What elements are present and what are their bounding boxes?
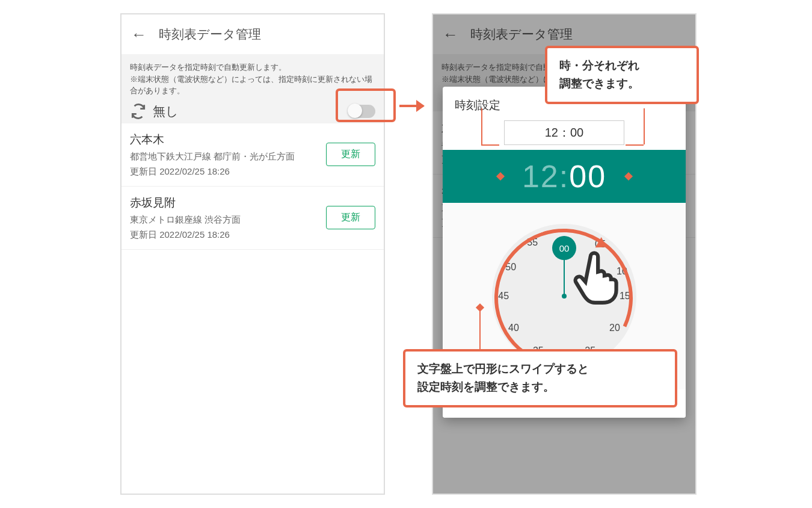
arrow-to-right <box>399 105 423 107</box>
time-small-display: 12：00 <box>504 120 624 145</box>
station-item-1: 赤坂見附 東京メトロ銀座線 渋谷方面 更新日 2022/02/25 18:26 … <box>121 187 384 250</box>
minute-value[interactable]: 00 <box>569 159 606 194</box>
info-line1: 時刻表データを指定時刻で自動更新します。 <box>130 61 375 73</box>
refresh-label: 無し <box>153 103 179 120</box>
station-line: 東京メトロ銀座線 渋谷方面 <box>130 214 326 226</box>
leader-1v <box>481 108 482 144</box>
station-date: 更新日 2022/02/25 18:26 <box>130 166 326 178</box>
header: ← 時刻表データ管理 <box>121 14 384 54</box>
callout-swipe: 文字盤上で円形にスワイプすると 設定時刻を調整できます。 <box>403 349 677 407</box>
swipe-hand-icon <box>565 244 626 321</box>
highlight-toggle <box>336 88 396 122</box>
back-icon[interactable]: ← <box>131 25 147 44</box>
refresh-icon[interactable] <box>130 103 147 120</box>
station-name: 赤坂見附 <box>130 195 326 211</box>
leader-2v <box>479 307 481 349</box>
callout-hour-minute: 時・分それぞれ 調整できます。 <box>545 46 699 104</box>
station-item-0: 六本木 都営地下鉄大江戸線 都庁前・光が丘方面 更新日 2022/02/25 1… <box>121 123 384 187</box>
station-name: 六本木 <box>130 132 326 147</box>
leader-1v2 <box>644 108 645 144</box>
leader-1h <box>481 144 499 146</box>
phone-left: ← 時刻表データ管理 時刻表データを指定時刻で自動更新します。 ※端末状態（電波… <box>120 13 385 495</box>
leader-1h2 <box>626 144 644 146</box>
update-button-0[interactable]: 更新 <box>326 143 375 166</box>
hour-value[interactable]: 12 <box>522 159 559 194</box>
page-title: 時刻表データ管理 <box>159 26 261 43</box>
station-date: 更新日 2022/02/25 18:26 <box>130 229 326 241</box>
time-big-band: 12:00 <box>443 150 686 203</box>
station-line: 都営地下鉄大江戸線 都庁前・光が丘方面 <box>130 151 326 163</box>
refresh-left: 無し <box>130 103 179 120</box>
update-button-1[interactable]: 更新 <box>326 206 375 229</box>
